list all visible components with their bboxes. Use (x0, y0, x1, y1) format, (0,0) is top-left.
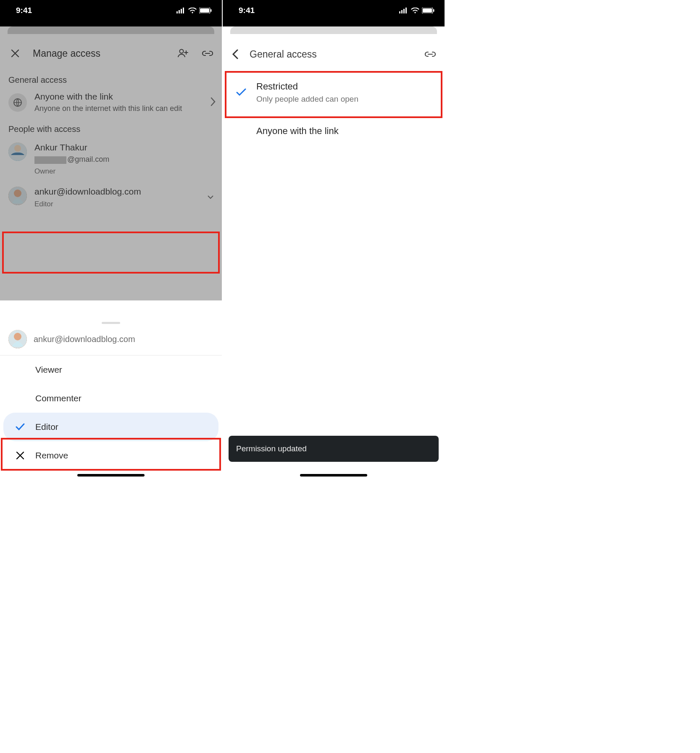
status-time: 9:41 (239, 6, 255, 15)
highlight-editor-row (2, 232, 220, 274)
status-bar: 9:41 (0, 0, 222, 21)
close-icon[interactable] (8, 47, 22, 60)
people-with-access-label: People with access (0, 119, 222, 138)
svg-rect-16 (401, 10, 403, 13)
globe-icon (8, 93, 27, 112)
toast-permission-updated: Permission updated (229, 436, 439, 462)
svg-point-7 (180, 50, 184, 53)
chevron-right-icon (210, 97, 216, 108)
role-bottom-sheet: ankur@idownloadblog.com Viewer Commenter… (0, 318, 222, 479)
svg-rect-2 (181, 9, 182, 13)
ga-title: Anyone with the link (34, 92, 203, 102)
wifi-icon (411, 8, 419, 13)
ga-subtitle: Anyone on the internet with this link ca… (34, 102, 203, 113)
option-restricted[interactable]: Restricted Only people added can open (223, 72, 445, 113)
link-icon[interactable] (201, 47, 214, 60)
cell-signal-icon (399, 8, 408, 13)
status-time: 9:41 (16, 6, 32, 15)
check-icon (13, 423, 27, 431)
person-email: @gmail.com (34, 153, 213, 164)
general-access-row[interactable]: Anyone with the link Anyone on the inter… (0, 89, 222, 119)
person-name: Ankur Thakur (34, 142, 213, 153)
svg-rect-20 (423, 8, 432, 13)
option-title: Anyone with the link (256, 126, 339, 137)
option-label: Remove (35, 450, 68, 461)
home-indicator[interactable] (77, 474, 145, 477)
option-editor[interactable]: Editor (3, 413, 218, 441)
svg-rect-6 (211, 9, 212, 12)
option-label: Editor (35, 422, 58, 432)
option-subtitle: Only people added can open (256, 92, 358, 104)
option-label: Commenter (35, 393, 82, 403)
home-indicator[interactable] (300, 474, 367, 477)
svg-rect-5 (200, 8, 209, 13)
avatar (8, 330, 27, 348)
person-role: Editor (34, 197, 200, 208)
check-icon (233, 88, 250, 97)
sheet-email: ankur@idownloadblog.com (34, 334, 135, 344)
wifi-icon (188, 8, 197, 13)
avatar (8, 187, 27, 205)
option-title: Restricted (256, 81, 358, 92)
caret-down-icon (208, 194, 213, 201)
general-access-label: General access (0, 70, 222, 89)
svg-rect-21 (433, 9, 434, 12)
add-person-icon[interactable] (176, 47, 190, 60)
svg-rect-3 (183, 8, 184, 13)
option-anyone-link[interactable]: Anyone with the link (223, 113, 445, 146)
battery-icon (199, 8, 212, 13)
svg-rect-18 (405, 8, 407, 13)
person-email-text: ankur@idownloadblog.com (34, 187, 200, 197)
option-viewer[interactable]: Viewer (0, 355, 222, 384)
person-role: Owner (34, 164, 213, 176)
cell-signal-icon (176, 8, 186, 13)
svg-point-14 (14, 333, 21, 340)
link-icon[interactable] (424, 47, 437, 61)
grab-handle[interactable] (102, 322, 120, 324)
svg-point-10 (14, 145, 21, 152)
avatar (8, 142, 27, 161)
svg-rect-17 (403, 9, 405, 13)
manage-access-title: Manage access (33, 48, 166, 59)
battery-icon (422, 8, 434, 13)
person-owner-row: Ankur Thakur @gmail.com Owner (0, 138, 222, 179)
close-icon (13, 451, 27, 460)
option-remove[interactable]: Remove (0, 441, 222, 470)
svg-rect-15 (399, 11, 400, 13)
option-commenter[interactable]: Commenter (0, 384, 222, 413)
svg-rect-0 (176, 11, 178, 13)
svg-point-12 (14, 190, 21, 197)
svg-rect-1 (179, 10, 180, 13)
option-label: Viewer (35, 365, 62, 375)
general-access-title: General access (250, 49, 416, 60)
person-editor-row[interactable]: ankur@idownloadblog.com Editor (0, 179, 222, 212)
back-icon[interactable] (229, 47, 242, 61)
status-bar: 9:41 (223, 0, 445, 21)
